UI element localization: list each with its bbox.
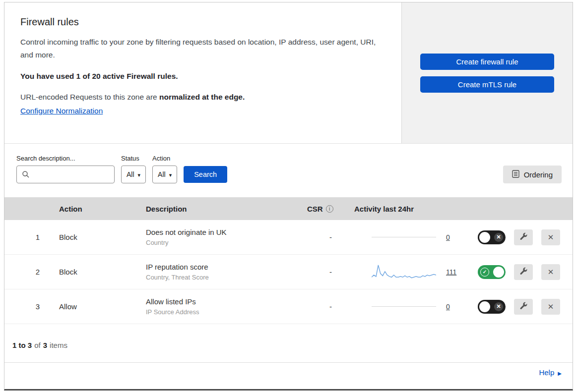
toggle-knob	[479, 232, 490, 243]
status-filter-group: Status All	[121, 155, 146, 183]
rule-enabled-toggle[interactable]	[478, 265, 506, 279]
intro-description: Control incoming traffic to your zone by…	[20, 36, 378, 61]
action-label: Action	[152, 155, 177, 162]
items-label: items	[50, 341, 67, 349]
help-label: Help	[539, 368, 554, 377]
rule-criteria: Country, Threat Score	[146, 274, 307, 281]
create-mtls-rule-button[interactable]: Create mTLS rule	[420, 76, 554, 93]
rule-criteria: Country	[146, 239, 307, 246]
rule-csr: -	[307, 268, 354, 276]
normalization-text: URL-encoded Requests to this zone are	[20, 93, 157, 101]
header-activity: Activity last 24hr	[354, 205, 468, 213]
toggle-knob	[479, 301, 490, 312]
search-box	[16, 166, 115, 183]
rule-controls	[468, 264, 573, 280]
header-csr: CSR	[307, 205, 354, 213]
rule-activity-cell: 0	[354, 297, 468, 316]
chevron-down-icon	[169, 170, 172, 178]
activity-sparkline	[372, 297, 436, 316]
rule-description-cell: Does not originate in UK Country	[146, 228, 307, 246]
intro-strip: Firewall rules Control incoming traffic …	[4, 2, 573, 144]
toggle-state-icon	[480, 268, 489, 277]
rule-activity-cell: 111	[354, 263, 468, 281]
rule-priority: 3	[4, 302, 59, 311]
edit-rule-button[interactable]	[514, 264, 533, 280]
normalization-bold: normalized at the edge.	[159, 93, 245, 101]
rule-description: Allow listed IPs	[146, 297, 307, 306]
ordering-button[interactable]: Ordering	[503, 166, 562, 183]
items-of: of	[34, 341, 41, 349]
firewall-rules-intro: Firewall rules Control incoming traffic …	[4, 2, 402, 143]
firewall-rules-page: Firewall rules Control incoming traffic …	[4, 2, 573, 391]
ordering-label: Ordering	[524, 170, 553, 179]
wrench-icon	[519, 232, 528, 242]
help-bar: Help	[4, 362, 573, 383]
rule-priority: 1	[4, 233, 59, 241]
cta-panel: Create firewall rule Create mTLS rule	[402, 2, 573, 143]
rule-csr: -	[307, 233, 354, 241]
rule-description: IP reputation score	[146, 263, 307, 271]
chevron-down-icon	[138, 170, 141, 178]
search-input[interactable]	[16, 166, 115, 183]
search-group: Search description...	[16, 155, 115, 183]
rule-activity-cell: 0	[354, 228, 468, 247]
rule-action: Block	[59, 268, 146, 276]
items-total: 3	[43, 341, 47, 349]
close-icon	[548, 302, 554, 311]
usage-summary: You have used 1 of 20 active Firewall ru…	[20, 72, 382, 81]
ordering-list-icon	[512, 170, 519, 179]
rule-action: Allow	[59, 302, 146, 311]
table-row: 2 Block IP reputation score Country, Thr…	[4, 255, 573, 289]
action-selected-value: All	[158, 170, 166, 178]
header-action: Action	[59, 205, 146, 213]
table-row: 3 Allow Allow listed IPs IP Source Addre…	[4, 289, 573, 324]
edit-rule-button[interactable]	[514, 229, 533, 245]
info-icon[interactable]	[326, 205, 333, 213]
search-label: Search description...	[16, 155, 115, 162]
action-filter-group: Action All	[152, 155, 177, 183]
rule-controls	[468, 299, 573, 315]
status-label: Status	[121, 155, 146, 162]
action-select[interactable]: All	[152, 166, 177, 183]
rule-description-cell: IP reputation score Country, Threat Scor…	[146, 263, 307, 281]
pagination-summary: 1 to 3of3items	[4, 324, 573, 362]
normalization-note: URL-encoded Requests to this zone are no…	[20, 93, 382, 102]
page-title: Firewall rules	[20, 16, 382, 28]
toggle-state-icon	[494, 233, 503, 242]
delete-rule-button[interactable]	[541, 264, 560, 280]
search-button[interactable]: Search	[184, 166, 227, 183]
delete-rule-button[interactable]	[541, 299, 560, 315]
table-header: Action Description CSR Activity last 24h…	[4, 197, 573, 220]
close-icon	[548, 268, 554, 277]
wrench-icon	[519, 301, 528, 312]
table-row: 1 Block Does not originate in UK Country…	[4, 220, 573, 255]
create-firewall-rule-button[interactable]: Create firewall rule	[420, 54, 554, 70]
header-csr-label: CSR	[307, 205, 323, 213]
status-selected-value: All	[127, 170, 134, 178]
rule-enabled-toggle[interactable]	[478, 300, 506, 314]
delete-rule-button[interactable]	[541, 229, 560, 245]
activity-count-link[interactable]: 0	[446, 303, 450, 311]
close-icon	[548, 233, 554, 242]
activity-sparkline	[372, 228, 436, 247]
rule-description-cell: Allow listed IPs IP Source Address	[146, 297, 307, 316]
toggle-knob	[493, 267, 504, 278]
rule-description: Does not originate in UK	[146, 228, 307, 236]
rule-priority: 2	[4, 268, 59, 276]
activity-sparkline	[372, 263, 436, 281]
status-select[interactable]: All	[121, 166, 146, 183]
configure-normalization-link[interactable]: Configure Normalization	[20, 107, 103, 115]
rule-criteria: IP Source Address	[146, 308, 307, 316]
arrow-right-icon	[558, 368, 562, 377]
activity-count-link[interactable]: 0	[446, 233, 450, 241]
toggle-state-icon	[494, 302, 503, 311]
help-link[interactable]: Help	[539, 368, 562, 377]
filter-bar: Search description... Status All Action …	[4, 144, 573, 197]
edit-rule-button[interactable]	[514, 299, 533, 315]
rule-controls	[468, 229, 573, 245]
rule-action: Block	[59, 233, 146, 241]
activity-count-link[interactable]: 111	[446, 268, 456, 276]
header-description: Description	[146, 205, 307, 213]
items-range: 1 to 3	[12, 341, 32, 349]
rule-enabled-toggle[interactable]	[478, 230, 506, 244]
